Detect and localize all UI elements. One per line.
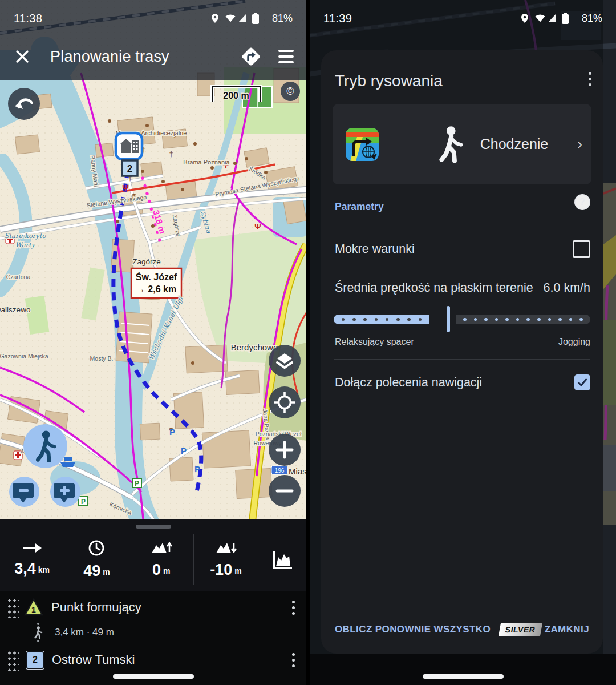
slider-track-active[interactable] [334,315,429,324]
svg-text:Stare koryto: Stare koryto [5,232,47,240]
navigate-icon[interactable] [238,44,264,69]
recalculate-all-button[interactable]: OBLICZ PONOWNIE WSZYSTKO [334,622,492,638]
wet-conditions-row[interactable]: Mokre warunki [335,237,590,260]
slider-track-inactive[interactable] [456,315,590,324]
waypoint-list: 1 Punkt formujący 3,4 km · 49 m 2 Ostrów… [0,591,306,685]
zoom-in-button[interactable] [269,434,301,466]
nav-commands-checkbox[interactable] [574,374,590,390]
svg-text:1: 1 [31,605,36,614]
svg-text:Warty: Warty [15,241,36,249]
svg-text:P: P [169,427,175,437]
page-title: Planowanie trasy [50,48,169,66]
dual-screenshot: 318 m ΨΨΨ ††† PPP P [0,0,616,685]
waypoint-name: Ostrów Tumski [52,652,289,667]
menu-icon[interactable] [278,50,294,63]
marker-order-badge: 2 [127,163,132,174]
nav-commands-label: Dołącz polecenia nawigacji [335,376,482,390]
divider [334,359,590,360]
time-clock-icon [88,539,105,557]
copyright-button[interactable]: © [281,82,300,101]
parameters-section-header: Parametry [335,201,384,213]
descent-icon [215,541,237,555]
routing-mode-row[interactable]: Chodzenie › [333,104,591,184]
svg-text:Zagórze: Zagórze [132,257,161,266]
dialog-menu-icon[interactable] [585,68,595,90]
svg-text:196: 196 [275,468,285,474]
svg-text:Ψ: Ψ [254,222,261,231]
status-bar-right: 11:39 81% [310,0,616,37]
wet-conditions-checkbox[interactable] [573,240,590,258]
stat-time: 49m [64,534,129,585]
walking-icon [436,126,465,163]
remove-point-button[interactable] [9,477,39,507]
clock: 11:38 [14,12,42,25]
speed-slider[interactable] [334,304,590,335]
clock: 11:39 [323,12,352,25]
chevron-right-icon: › [577,135,582,153]
waypoint-row[interactable]: 2 Ostrów Tumski [0,646,306,674]
segment-info: 3,4 km · 49 m [55,627,114,638]
drawing-mode-screen: 11:39 81% Tryb rysowania [310,0,616,685]
zoom-out-button[interactable] [269,475,301,507]
wet-conditions-label: Mokre warunki [335,242,415,256]
svg-text:P: P [81,498,86,506]
stat-descent: -10m [194,534,258,585]
app-bar: Planowanie trasy [0,34,306,79]
home-indicator[interactable] [113,674,194,679]
close-icon[interactable] [14,48,31,65]
drawing-mode-dialog: Tryb rysowania [321,50,603,654]
segment-row: 3,4 km · 49 m [0,620,306,644]
svg-text:Ψ: Ψ [122,183,128,192]
slider-max-label: Jogging [558,337,590,347]
ascent-icon [151,541,172,555]
waypoint-name: Punkt formujący [51,600,289,615]
waypoint-row[interactable]: 1 Punkt formujący [0,593,306,622]
status-bar-left: 11:38 81% [0,0,306,37]
svg-text:Chwaliszewo: Chwaliszewo [0,305,30,314]
distance-arrow-icon [22,542,42,554]
svg-text:Miast: Miast [289,466,306,476]
undo-button[interactable] [8,88,40,120]
layers-button[interactable] [269,345,301,377]
speed-row: Średnia prędkość na płaskim terenie 6.0 … [335,281,590,295]
waypoint-menu-icon[interactable] [289,597,298,618]
svg-text:Brama Poznania: Brama Poznania [183,159,230,166]
status-icons [521,13,576,24]
slider-labels: Relaksujący spacer Jogging [335,337,590,347]
segment-walk-icon [30,623,47,642]
elevation-chart-button[interactable] [271,549,294,571]
speed-label: Średnia prędkość na płaskim terenie [335,281,533,295]
svg-text:Berdychowo: Berdychowo [231,342,278,352]
drag-handle-icon[interactable] [6,597,19,618]
home-indicator[interactable] [423,674,504,679]
svg-text:Gazownia Miejska: Gazownia Miejska [0,353,48,360]
battery-percent: 81% [272,13,293,25]
slider-min-label: Relaksujący spacer [335,337,414,347]
battery-percent: 81% [582,13,602,25]
svg-text:Czartoria: Czartoria [6,273,31,280]
svg-text:→ 2,6 km: → 2,6 km [136,284,176,294]
walking-mode-fab[interactable] [23,424,67,468]
waypoint-menu-icon[interactable] [289,650,298,671]
help-icon[interactable]: ? [574,194,590,210]
route-stats-panel: 3,4km 49m 0m [0,519,306,591]
route-planner-screen: 318 m ΨΨΨ ††† PPP P [0,0,306,685]
locate-button[interactable] [269,386,301,418]
slider-handle[interactable] [447,306,450,332]
svg-text:Św. Józef: Św. Józef [136,272,177,282]
svg-text:P: P [194,464,200,474]
stat-ascent: 0m [129,534,194,585]
svg-text:†: † [169,150,173,158]
add-point-button[interactable] [50,477,80,507]
dialog-actions: OBLICZ PONOWNIE WSZYSTKO SILVER ZAMKNIJ [334,620,590,639]
panel-drag-handle[interactable] [136,525,171,529]
nav-commands-row[interactable]: Dołącz polecenia nawigacji [335,370,590,395]
router-app-icon [333,104,392,184]
destination-callout: Św. Józef → 2,6 km [131,268,181,298]
elevation-chart-icon [271,549,294,571]
close-dialog-button[interactable]: ZAMKNIJ [544,622,590,638]
stat-distance: 3,4km [0,534,64,585]
drag-handle-icon[interactable] [6,649,19,671]
svg-text:Mosty B.: Mosty B. [90,355,114,362]
map-scale-label: 200 m [223,91,249,100]
